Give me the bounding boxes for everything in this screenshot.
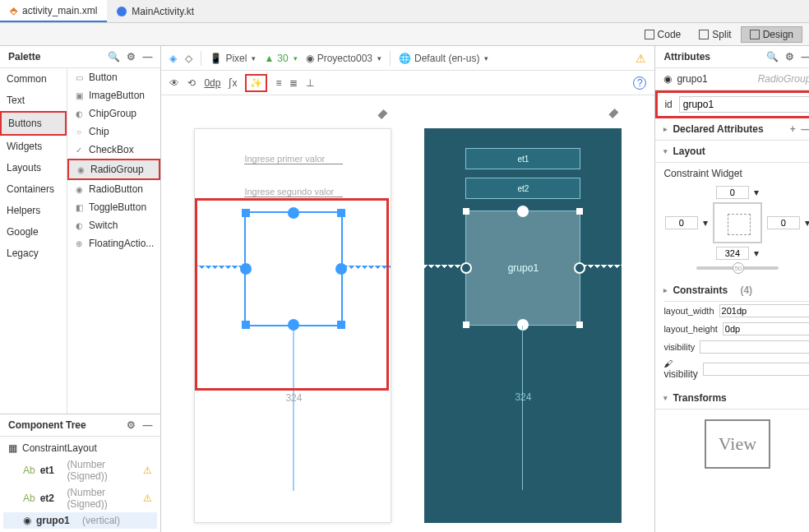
api-select[interactable]: ▲ 30: [264, 53, 297, 64]
tree-header: Component Tree ⚙ —: [0, 414, 160, 437]
bp-et1: et1: [465, 148, 580, 169]
file-tabs: ⬘ activity_main.xml MainActivity.kt: [0, 0, 809, 23]
locale-select[interactable]: 🌐 Default (en-us): [399, 53, 488, 64]
help-icon[interactable]: ?: [633, 76, 646, 90]
guideline-icon[interactable]: ⊥: [306, 77, 314, 89]
cat-layouts[interactable]: Layouts: [0, 157, 67, 178]
landscape-icon[interactable]: ⟲: [187, 77, 196, 89]
bias-slider[interactable]: 50: [696, 266, 779, 270]
comp-chipgroup[interactable]: ◐ChipGroup: [67, 104, 160, 123]
tree-grupo1[interactable]: ◉ grupo1 (vertical): [3, 512, 157, 529]
margin-select[interactable]: 0dp: [204, 77, 220, 89]
layout-width-input[interactable]: [719, 304, 809, 317]
add-icon[interactable]: + —: [790, 123, 809, 135]
device-select[interactable]: 📱 Pixel: [210, 53, 256, 64]
cat-buttons[interactable]: Buttons: [0, 111, 67, 136]
gear-icon[interactable]: ⚙: [127, 51, 136, 62]
collapse-icon[interactable]: —: [142, 51, 152, 62]
palette-header: Palette 🔍 ⚙ —: [0, 46, 160, 68]
input-et2: Ingrese segundo valor: [244, 187, 343, 197]
id-row: id: [655, 90, 809, 118]
gear-icon[interactable]: ⚙: [785, 51, 794, 62]
cat-text[interactable]: Text: [0, 90, 67, 111]
warning-icon[interactable]: ⚠: [636, 52, 646, 65]
align-icon[interactable]: ≡: [275, 77, 281, 89]
cat-legacy[interactable]: Legacy: [0, 243, 67, 264]
layout-section: ▾ Layout: [655, 141, 809, 163]
component-list: ▭Button ▣ImageButton ◐ChipGroup ○Chip ✓C…: [67, 68, 160, 414]
view-code-button[interactable]: Code: [636, 26, 691, 43]
cw-left[interactable]: [665, 216, 698, 229]
design-toolbar-sub: 👁 ⟲ 0dp ʃx ✨ ≡ ≣ ⊥ ?: [161, 71, 654, 95]
connect-icon[interactable]: ʃx: [229, 77, 237, 89]
constraint-left: [195, 266, 241, 272]
comp-radiobutton[interactable]: ◉RadioButton: [67, 180, 160, 198]
search-icon[interactable]: 🔍: [108, 51, 120, 62]
cw-top[interactable]: [716, 186, 749, 199]
comp-radiogroup[interactable]: ◉RadioGroup: [67, 159, 160, 180]
radiogroup-icon: ◉: [663, 73, 672, 85]
declared-section: ▸ Declared Attributes + —: [655, 118, 809, 141]
view-mode-bar: Code Split Design: [0, 23, 809, 46]
collapse-icon[interactable]: —: [142, 419, 152, 431]
view-design-button[interactable]: Design: [741, 26, 802, 43]
comp-switch[interactable]: ◐Switch: [67, 216, 160, 234]
visibility-input[interactable]: [700, 340, 809, 354]
tree-root[interactable]: ▦ ConstraintLayout: [3, 440, 157, 456]
tab-activity-main[interactable]: ⬘ activity_main.xml: [0, 0, 107, 22]
tree-et2[interactable]: Ab et2 (Number (Signed)) ⚠: [3, 484, 157, 512]
search-icon[interactable]: 🔍: [766, 51, 779, 62]
cat-containers[interactable]: Containers: [0, 178, 67, 200]
theme-select[interactable]: ◉ Proyecto003: [306, 53, 381, 64]
tools-visibility-input[interactable]: [703, 363, 809, 376]
chevron-down-icon[interactable]: ▾: [663, 394, 668, 402]
cw-width[interactable]: [716, 247, 749, 260]
selected-radiogroup[interactable]: [244, 211, 343, 326]
blueprint-surface[interactable]: et1 et2 grupo1 324: [424, 128, 622, 523]
cat-google[interactable]: Google: [0, 221, 67, 243]
wrench-icon[interactable]: [608, 109, 618, 118]
text-icon: Ab: [23, 493, 35, 504]
align2-icon[interactable]: ≣: [289, 77, 298, 89]
cw-right[interactable]: [767, 216, 800, 229]
surface-icon[interactable]: ◈: [169, 53, 177, 64]
tab-label: activity_main.xml: [22, 5, 97, 16]
constraint-widget[interactable]: ▾ ▾ ▾ ▾ 50: [663, 186, 809, 273]
chevron-down-icon[interactable]: ▾: [663, 147, 668, 155]
magic-wand-icon[interactable]: ✨: [245, 74, 267, 92]
tab-label: MainActivity.kt: [132, 6, 194, 17]
bp-grupo1[interactable]: grupo1: [465, 210, 580, 326]
id-label: id: [664, 99, 672, 110]
comp-imagebutton[interactable]: ▣ImageButton: [67, 86, 160, 104]
xml-icon: ⬘: [10, 5, 17, 16]
measure-label-bp: 324: [515, 391, 531, 403]
kotlin-icon: [117, 7, 127, 16]
comp-togglebutton[interactable]: ◧ToggleButton: [67, 198, 160, 216]
tab-main-activity[interactable]: MainActivity.kt: [107, 0, 204, 22]
view-placeholder: View: [705, 419, 770, 469]
view-split-button[interactable]: Split: [690, 26, 740, 43]
text-icon: Ab: [23, 465, 35, 476]
cat-helpers[interactable]: Helpers: [0, 200, 67, 221]
comp-fab[interactable]: ⊕FloatingActio...: [67, 234, 160, 252]
selected-type: RadioGroup: [758, 73, 809, 85]
attributes-header: Attributes 🔍 ⚙ —: [655, 46, 809, 68]
measure-label: 324: [285, 392, 302, 404]
gear-icon[interactable]: ⚙: [127, 419, 136, 431]
comp-chip[interactable]: ○Chip: [67, 123, 160, 141]
category-list: Common Text Buttons Widgets Layouts Cont…: [0, 68, 67, 414]
orientation-icon[interactable]: ◇: [185, 53, 192, 64]
wrench-icon[interactable]: [377, 109, 387, 119]
chevron-right-icon[interactable]: ▸: [663, 125, 668, 133]
id-input[interactable]: [679, 96, 809, 113]
cat-common[interactable]: Common: [0, 68, 67, 90]
design-surface[interactable]: Ingrese primer valor Ingrese segundo val…: [194, 128, 391, 523]
layout-height-input[interactable]: [723, 322, 809, 335]
collapse-icon[interactable]: —: [801, 51, 809, 62]
comp-checkbox[interactable]: ✓CheckBox: [67, 141, 160, 159]
input-et1: Ingrese primer valor: [244, 154, 343, 164]
eye-icon[interactable]: 👁: [169, 77, 179, 89]
cat-widgets[interactable]: Widgets: [0, 136, 67, 157]
comp-button[interactable]: ▭Button: [67, 68, 160, 86]
tree-et1[interactable]: Ab et1 (Number (Signed)) ⚠: [3, 456, 157, 484]
